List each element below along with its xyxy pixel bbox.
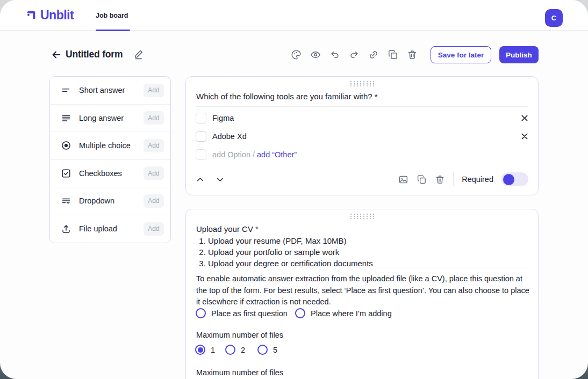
dropdown-icon (61, 195, 71, 206)
sidebar-item-label: Checkboxes (79, 169, 144, 178)
question-card-file-upload: Upload your CV * Upload your resume (PDF… (185, 209, 539, 379)
placement-option-first[interactable]: Place as first question (196, 308, 288, 318)
radio-label: 2 (241, 346, 245, 354)
option-row: Figma (196, 112, 528, 124)
sidebar-item-label: Short answer (79, 86, 144, 94)
add-short-answer-button[interactable]: Add (144, 84, 164, 97)
duplicate-question-icon[interactable] (417, 174, 427, 185)
add-option-text[interactable]: add Option / (212, 150, 255, 159)
move-down-icon[interactable] (216, 175, 225, 184)
add-dropdown-button[interactable]: Add (144, 194, 164, 208)
remove-option-icon[interactable] (521, 133, 528, 140)
file-upload-icon (61, 223, 71, 234)
back-button[interactable] (51, 49, 62, 61)
remove-option-icon[interactable] (521, 114, 528, 122)
required-label: Required (462, 175, 493, 184)
multiple-choice-icon (61, 140, 71, 151)
sidebar-item-long-answer[interactable]: Long answer Add (50, 105, 170, 133)
edit-title-pencil-icon[interactable] (133, 49, 145, 60)
radio-label: 5 (273, 346, 277, 354)
field-type-sidebar: Short answer Add Long answer Add Multipl… (49, 76, 171, 243)
link-icon[interactable] (368, 49, 379, 60)
short-answer-icon (61, 85, 71, 96)
sidebar-item-short-answer[interactable]: Short answer Add (50, 77, 170, 105)
question-card-checkboxes: Which of the following tools are you fam… (185, 76, 539, 195)
instruction-list: Upload your resume (PDF, Max 10MB) Uploa… (199, 235, 373, 269)
add-checkboxes-button[interactable]: Add (144, 166, 164, 180)
option-row: Adobe Xd (196, 130, 528, 142)
max-files-label: Maximum number of files (196, 331, 283, 339)
delete-question-icon[interactable] (435, 174, 445, 185)
radio-max-2[interactable] (225, 345, 235, 355)
add-file-upload-button[interactable]: Add (144, 222, 164, 236)
radio-max-5[interactable] (257, 345, 268, 355)
question-title: Which of the following tools are you fam… (196, 92, 378, 101)
sidebar-item-file-upload[interactable]: File upload Add (50, 215, 170, 243)
radio-label: Place where I’m adding (311, 309, 392, 318)
drag-handle-icon[interactable] (349, 81, 375, 86)
option-checkbox[interactable] (196, 131, 206, 142)
app-window: Unblit Job board C Untitled form (0, 0, 588, 379)
sidebar-item-label: File upload (79, 224, 144, 233)
tab-job-board-label: Job board (96, 12, 128, 19)
top-header: Unblit Job board C (0, 0, 588, 31)
redo-icon[interactable] (349, 49, 360, 60)
sidebar-item-checkboxes[interactable]: Checkboxes Add (50, 160, 170, 188)
option-checkbox[interactable] (196, 113, 206, 123)
sidebar-item-dropdown[interactable]: Dropdown Add (50, 187, 170, 215)
toggle-knob (503, 174, 514, 185)
divider (453, 172, 454, 186)
form-toolbar (291, 49, 418, 60)
question-title: Upload your CV * (196, 224, 259, 234)
sidebar-item-label: Dropdown (79, 196, 144, 205)
required-toggle[interactable] (501, 172, 528, 186)
list-item: Upload your resume (PDF, Max 10MB) (208, 235, 373, 246)
logo-icon (26, 9, 38, 23)
radio-place-adding[interactable] (295, 308, 305, 318)
theme-palette-icon[interactable] (291, 49, 302, 60)
radio-label: 1 (211, 346, 215, 354)
undo-icon[interactable] (329, 49, 340, 60)
tab-active-underline (96, 30, 130, 31)
save-for-later-button[interactable]: Save for later (431, 46, 491, 63)
publish-button[interactable]: Publish (499, 46, 539, 63)
backdrop: Unblit Job board C Untitled form (0, 0, 588, 379)
page-title: Untitled form (66, 49, 123, 60)
add-long-answer-button[interactable]: Add (144, 111, 164, 125)
preview-eye-icon[interactable] (310, 49, 321, 60)
long-answer-icon (61, 113, 71, 123)
question-footer: Required (196, 171, 528, 187)
list-item: Upload your portfolio or sample work (208, 246, 373, 258)
placement-option-adding[interactable]: Place where I’m adding (295, 308, 392, 318)
radio-max-1[interactable] (195, 345, 205, 355)
sidebar-item-multiple-choice[interactable]: Multiple choice Add (50, 132, 170, 160)
option-label: Figma (212, 114, 234, 122)
sidebar-item-label: Multiple choice (79, 141, 144, 150)
option-label: Adobe Xd (212, 132, 247, 141)
trash-icon[interactable] (407, 49, 418, 60)
tab-job-board[interactable]: Job board (96, 0, 128, 31)
extraction-description: To enable automatic answer extraction fr… (196, 273, 532, 308)
duplicate-icon[interactable] (388, 49, 398, 60)
radio-label: Place as first question (211, 309, 288, 318)
option-checkbox (196, 149, 206, 160)
logo-text: Unblit (40, 8, 74, 23)
add-other-link[interactable]: add “Other” (257, 150, 297, 159)
user-avatar[interactable]: C (545, 9, 563, 27)
logo: Unblit (26, 8, 74, 23)
max-files-option-5[interactable]: 5 (257, 345, 277, 355)
move-up-icon[interactable] (196, 175, 205, 184)
divider (196, 106, 528, 107)
divider (196, 267, 528, 267)
max-files-option-1[interactable]: 1 (195, 345, 215, 355)
drag-handle-icon[interactable] (349, 213, 375, 219)
add-image-icon[interactable] (398, 174, 408, 185)
max-files-label-2: Maximum number of files (196, 368, 283, 377)
max-files-option-2[interactable]: 2 (225, 345, 245, 355)
checkboxes-icon (61, 168, 71, 179)
add-option-row: add Option / add “Other” (196, 149, 528, 161)
radio-place-first[interactable] (196, 308, 206, 318)
sidebar-item-label: Long answer (79, 114, 144, 122)
add-multiple-choice-button[interactable]: Add (144, 139, 164, 152)
